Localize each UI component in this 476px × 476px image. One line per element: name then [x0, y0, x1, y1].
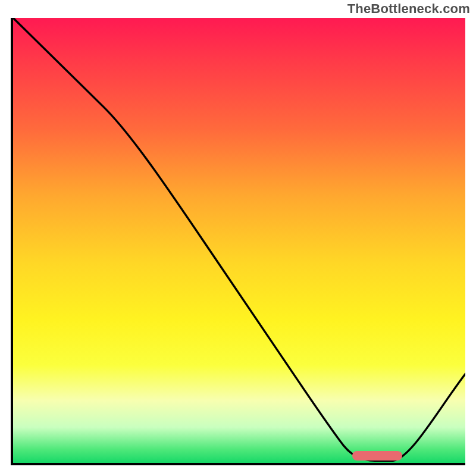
plot-area: [11, 18, 465, 465]
optimal-marker: [352, 451, 402, 461]
bottleneck-curve: [13, 18, 465, 463]
curve-path: [13, 18, 465, 461]
attribution-text: TheBottleneck.com: [347, 1, 470, 17]
